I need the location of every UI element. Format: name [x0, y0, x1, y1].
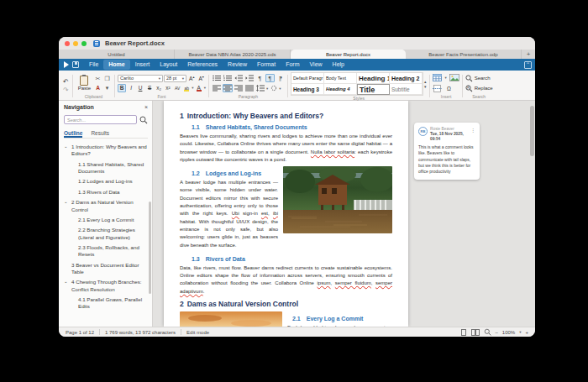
menu-format[interactable]: Format	[252, 60, 281, 70]
sidebar-search-icon[interactable]	[139, 116, 148, 124]
zoom-dropdown-icon[interactable]: ▾	[519, 330, 521, 334]
document-page[interactable]: 1Introduction: Why Beavers and Editors? …	[164, 101, 408, 327]
line-spacing-icon[interactable]	[255, 84, 265, 92]
menu-references[interactable]: References	[182, 60, 223, 70]
menu-review[interactable]: Review	[223, 60, 252, 70]
doc-tab-spreadsheet[interactable]: Beaver Data NBN Atlas 2020-2025.ods	[175, 50, 291, 59]
outline-item[interactable]: 1.3 Rivers of Data	[64, 189, 148, 196]
chevron-down-icon[interactable]: ⌄	[64, 144, 68, 149]
increase-indent-icon[interactable]	[244, 74, 255, 82]
numbered-list-icon[interactable]	[223, 74, 233, 82]
new-tab-button[interactable]: +	[522, 50, 535, 59]
font-color-icon[interactable]: A	[195, 84, 203, 92]
superscript-button[interactable]: x²	[164, 84, 172, 92]
style-heading-1[interactable]: Heading 1	[357, 73, 390, 84]
outline-item[interactable]: 4.1 Parallel Gnaws, Parallel Edits	[64, 296, 148, 311]
outline-item[interactable]: 2.2 Branching Strategies (Literal and Fi…	[64, 227, 148, 241]
highlight-color-icon[interactable]: ab	[182, 84, 191, 92]
copy-icon[interactable]: ❐	[104, 76, 109, 82]
zoom-in-icon[interactable]: +	[525, 330, 528, 335]
insert-table-icon[interactable]	[433, 74, 442, 81]
style-heading-3[interactable]: Heading 3	[291, 84, 324, 95]
italic-button[interactable]: I	[127, 84, 135, 92]
outline-item[interactable]: 2.1 Every Log a Commit	[64, 217, 148, 223]
zoom-out-icon[interactable]: –	[496, 330, 498, 335]
styles-scroll-up-icon[interactable]: ▴	[424, 80, 427, 84]
bold-button[interactable]: B	[118, 84, 126, 92]
scrollbar-thumb[interactable]	[530, 106, 534, 156]
chevron-down-icon[interactable]: ⌄	[64, 199, 68, 205]
beaver-lodge-photo[interactable]	[283, 166, 392, 233]
outline-item[interactable]: 1.2 Lodges and Log-ins	[64, 178, 148, 185]
outline-item[interactable]: ⌄4 Chewing Through Branches: Conflict Re…	[64, 279, 148, 293]
font-color-dropdown-icon[interactable]: ▾	[204, 86, 206, 90]
dam-photo[interactable]	[180, 311, 282, 327]
paste-dropdown-icon[interactable]: ▾	[106, 85, 109, 92]
book-view-icon[interactable]	[484, 328, 491, 336]
style-subtitle[interactable]: Subtitle	[390, 84, 423, 95]
multi-page-view-icon[interactable]	[471, 329, 480, 336]
zoom-level[interactable]: 100%	[502, 330, 515, 335]
close-window-button[interactable]	[65, 41, 70, 46]
status-wordcount[interactable]: 1 769 words, 13 972 characters	[105, 330, 176, 335]
insert-image-icon[interactable]	[449, 74, 459, 81]
save-icon[interactable]	[72, 61, 79, 68]
grow-font-icon[interactable]: A▴	[187, 75, 196, 81]
zoom-window-button[interactable]	[81, 41, 87, 46]
menu-home[interactable]: Home	[103, 60, 129, 70]
menu-layout[interactable]: Layout	[155, 60, 182, 70]
sidebar-scrollbar[interactable]	[149, 201, 151, 294]
redo-icon[interactable]: ↷	[63, 87, 69, 94]
paragraph-settings-icon[interactable]	[269, 84, 278, 92]
line-spacing-dropdown-icon[interactable]: ▾	[266, 86, 268, 91]
style-heading-4[interactable]: Heading 4	[324, 84, 357, 95]
close-sidebar-icon[interactable]: ×	[144, 104, 148, 110]
char-spacing-icon[interactable]: AV	[173, 84, 181, 92]
decrease-indent-icon[interactable]	[234, 74, 244, 82]
highlight-dropdown-icon[interactable]: ▾	[192, 86, 193, 90]
comment-menu-icon[interactable]: ⋮	[470, 127, 475, 142]
minimize-window-button[interactable]	[73, 41, 78, 46]
font-size-select[interactable]: 28 pt ▾	[164, 75, 186, 82]
doc-tab-beaver-report[interactable]: Beaver Report.docx	[291, 50, 406, 59]
single-page-view-icon[interactable]	[460, 329, 467, 336]
chevron-down-icon[interactable]: ⌄	[64, 279, 68, 285]
paragraph-settings-dropdown-icon[interactable]: ▾	[279, 86, 281, 91]
special-character-icon[interactable]: Ω	[444, 84, 453, 92]
sidebar-search-input[interactable]	[64, 115, 137, 124]
comment-card[interactable]: RB Rosie Beaver Tue, 18 Nov 2025, 09:54 …	[414, 123, 480, 180]
shrink-font-icon[interactable]: A▾	[197, 75, 205, 81]
style-heading-2[interactable]: Heading 2	[390, 73, 423, 84]
menu-file[interactable]: File	[84, 60, 103, 70]
align-right-icon[interactable]	[234, 84, 244, 92]
doc-tab-presentation[interactable]: Beaver Facts Presentation.odp	[406, 50, 522, 59]
styles-scroll-down-icon[interactable]: ▾	[424, 85, 427, 89]
outline-item[interactable]: 1.1 Shared Habitats, Shared Documents	[64, 161, 148, 175]
menu-view[interactable]: View	[305, 60, 328, 70]
doc-tab-untitled[interactable]: Untitled	[59, 50, 175, 59]
collapse-ribbon-icon[interactable]: ⌃	[524, 61, 532, 69]
document-scrollbar[interactable]	[530, 102, 534, 325]
style-default-paragraph[interactable]: Default Paragr	[291, 73, 324, 84]
status-mode[interactable]: Edit mode	[186, 330, 209, 335]
font-name-select[interactable]: Carlito ▾	[118, 75, 163, 82]
insert-table-dropdown-icon[interactable]: ▾	[444, 76, 446, 80]
menu-help[interactable]: Help	[328, 60, 349, 70]
sidebar-tab-outline[interactable]: Outline	[64, 130, 82, 136]
outline-item[interactable]: 3 Beaver vs Document Editor Table	[64, 262, 148, 276]
outline-item[interactable]: ⌄2 Dams as Natural Version Control	[64, 199, 148, 213]
undo-icon[interactable]: ↶	[63, 79, 69, 86]
insert-page-break-icon[interactable]	[433, 85, 442, 92]
formatting-marks-icon[interactable]: ¶	[265, 74, 275, 82]
underline-button[interactable]: U	[136, 84, 144, 92]
strikethrough-button[interactable]: S	[145, 84, 154, 92]
search-button[interactable]: Search	[465, 75, 493, 82]
cut-icon[interactable]: ✂	[96, 76, 101, 82]
menu-insert[interactable]: Insert	[130, 60, 155, 70]
justify-icon[interactable]	[244, 84, 255, 92]
paragraph-mark-icon[interactable]: ¶	[255, 74, 265, 82]
bullet-list-icon[interactable]	[212, 74, 222, 82]
align-center-icon[interactable]	[223, 84, 233, 92]
subscript-button[interactable]: x₂	[155, 84, 163, 92]
status-page[interactable]: Page 1 of 12	[66, 330, 94, 335]
